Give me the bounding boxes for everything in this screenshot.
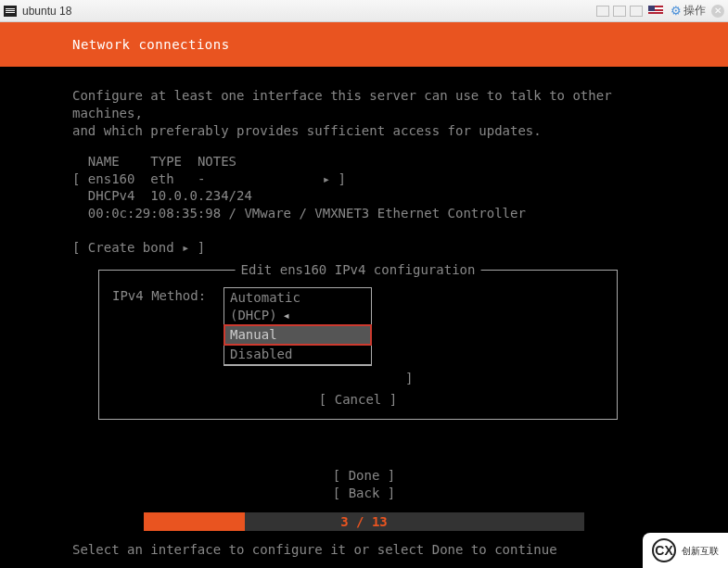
ipv4-config-dialog: Edit ens160 IPv4 configuration IPv4 Meth… [98, 270, 618, 420]
iface-row[interactable]: [ ens160 eth - ▸ ] [72, 170, 656, 188]
iface-table-header: NAME TYPE NOTES [72, 153, 656, 170]
ipv4-option-manual[interactable]: Manual [224, 325, 371, 345]
create-bond-button[interactable]: [ Create bond ▸ ] [72, 239, 656, 257]
desc-line: Configure at least one interface this se… [72, 87, 656, 122]
ipv4-option-disabled[interactable]: Disabled [224, 345, 371, 364]
help-hint: Select an interface to configure it or s… [72, 542, 557, 557]
window-control-icon[interactable] [596, 6, 609, 17]
window-control-icon[interactable] [630, 6, 643, 17]
progress-text: 3 / 13 [340, 514, 388, 529]
page-description: Configure at least one interface this se… [72, 87, 656, 140]
dialog-title: Edit ens160 IPv4 configuration [236, 261, 481, 279]
terminal-icon [4, 6, 17, 17]
installer-console: Network connections Configure at least o… [0, 22, 728, 568]
action-menu[interactable]: 操作 [683, 3, 706, 19]
ipv4-option-automatic[interactable]: Automatic (DHCP)◂ [224, 288, 371, 325]
current-indicator-icon: ◂ [283, 308, 290, 322]
iface-detail: 00:0c:29:08:35:98 / VMware / VMXNET3 Eth… [72, 205, 656, 222]
iface-detail: DHCPv4 10.0.0.234/24 [72, 187, 656, 205]
locale-flag-icon[interactable] [648, 6, 663, 16]
stray-bracket: ] [112, 370, 604, 387]
vm-titlebar: ubuntu 18 ⚙ 操作 ✕ [0, 0, 728, 22]
cancel-button[interactable]: [ Cancel ] [112, 391, 604, 409]
gear-icon[interactable]: ⚙ [671, 4, 682, 18]
watermark-brand: 创新互联 [682, 546, 719, 556]
watermark-logo-icon: CX [652, 538, 676, 562]
footer-buttons: [ Done ] [ Back ] [0, 467, 728, 503]
vm-title: ubuntu 18 [22, 5, 71, 18]
ipv4-method-label: IPv4 Method: [112, 287, 224, 305]
watermark: CX 创新互联 [643, 533, 728, 568]
window-control-icon[interactable] [613, 6, 626, 17]
close-icon[interactable]: ✕ [711, 5, 724, 18]
progress-bar: 3 / 13 [0, 512, 728, 531]
desc-line: and which preferably provides sufficient… [72, 122, 656, 140]
done-button[interactable]: [ Done ] [0, 467, 728, 486]
page-header: Network connections [0, 22, 728, 67]
page-title: Network connections [72, 37, 230, 52]
chevron-right-icon: ▸ ] [323, 171, 346, 186]
back-button[interactable]: [ Back ] [0, 485, 728, 503]
ipv4-method-select[interactable]: Automatic (DHCP)◂ Manual Disabled [224, 287, 372, 366]
